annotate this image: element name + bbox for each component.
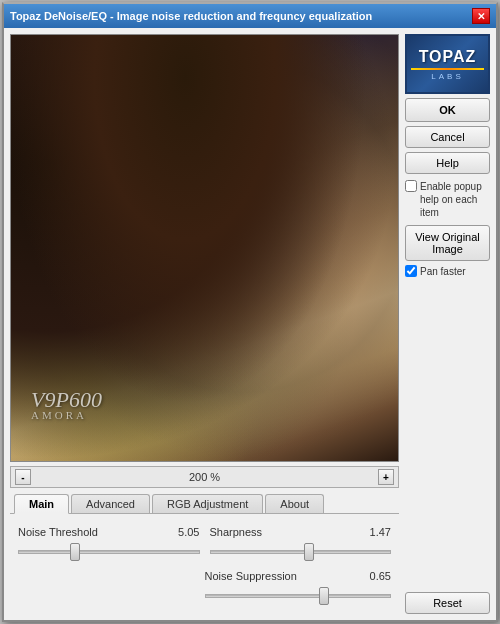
sharpness-label: Sharpness — [210, 526, 263, 538]
zoom-level: 200 % — [189, 471, 220, 483]
content-area: V9P600 AMORA - 200 % + Main Advanced RGB… — [4, 28, 496, 620]
image-hair — [11, 35, 398, 461]
logo-box: TOPAZ LABS — [405, 34, 490, 94]
tabs-row: Main Advanced RGB Adjustment About — [10, 492, 399, 514]
enable-popup-label: Enable popup help on each item — [420, 180, 490, 219]
main-window: Topaz DeNoise/EQ - Image noise reduction… — [2, 2, 498, 622]
noise-threshold-value: 5.05 — [178, 526, 199, 538]
controls-top-row: Noise Threshold 5.05 Sharpness 1.47 — [18, 526, 391, 562]
help-button[interactable]: Help — [405, 152, 490, 174]
title-bar: Topaz DeNoise/EQ - Image noise reduction… — [4, 4, 496, 28]
noise-threshold-group: Noise Threshold 5.05 — [18, 526, 200, 562]
view-original-button[interactable]: View Original Image — [405, 225, 490, 261]
sharpness-group: Sharpness 1.47 — [210, 526, 392, 562]
left-panel: V9P600 AMORA - 200 % + Main Advanced RGB… — [10, 34, 399, 614]
zoom-bar: - 200 % + — [10, 466, 399, 488]
title-bar-buttons: ✕ — [472, 8, 490, 24]
sharpness-slider[interactable] — [210, 550, 392, 554]
logo-text-bottom: LABS — [431, 72, 463, 81]
tabs-container: Main Advanced RGB Adjustment About — [10, 492, 399, 514]
sharpness-value: 1.47 — [370, 526, 391, 538]
pan-faster-label: Pan faster — [420, 266, 466, 277]
enable-popup-row: Enable popup help on each item — [405, 178, 490, 221]
enable-popup-checkbox[interactable] — [405, 180, 417, 192]
noise-suppression-value: 0.65 — [370, 570, 391, 582]
tab-rgb-adjustment[interactable]: RGB Adjustment — [152, 494, 263, 513]
cancel-button[interactable]: Cancel — [405, 126, 490, 148]
logo-line — [411, 68, 484, 70]
noise-suppression-slider-container — [205, 586, 392, 606]
noise-threshold-label-row: Noise Threshold 5.05 — [18, 526, 200, 538]
image-preview[interactable]: V9P600 AMORA — [10, 34, 399, 462]
pan-faster-checkbox[interactable] — [405, 265, 417, 277]
tab-about[interactable]: About — [265, 494, 324, 513]
sharpness-label-row: Sharpness 1.47 — [210, 526, 392, 538]
noise-threshold-label: Noise Threshold — [18, 526, 98, 538]
right-panel: TOPAZ LABS OK Cancel Help Enable popup h… — [405, 34, 490, 614]
noise-suppression-slider[interactable] — [205, 594, 392, 598]
noise-threshold-slider[interactable] — [18, 550, 200, 554]
tab-main[interactable]: Main — [14, 494, 69, 514]
pan-faster-row: Pan faster — [405, 265, 490, 277]
noise-threshold-slider-container — [18, 542, 200, 562]
zoom-in-button[interactable]: + — [378, 469, 394, 485]
zoom-out-button[interactable]: - — [15, 469, 31, 485]
logo-text-top: TOPAZ — [419, 48, 477, 66]
noise-suppression-row: Noise Suppression 0.65 — [18, 570, 391, 606]
window-title: Topaz DeNoise/EQ - Image noise reduction… — [10, 10, 372, 22]
reset-button[interactable]: Reset — [405, 592, 490, 614]
close-button[interactable]: ✕ — [472, 8, 490, 24]
controls-panel: Noise Threshold 5.05 Sharpness 1.47 — [10, 518, 399, 614]
tab-advanced[interactable]: Advanced — [71, 494, 150, 513]
ok-button[interactable]: OK — [405, 98, 490, 122]
noise-suppression-group: Noise Suppression 0.65 — [205, 570, 392, 606]
noise-suppression-label-row: Noise Suppression 0.65 — [205, 570, 392, 582]
noise-suppression-label: Noise Suppression — [205, 570, 297, 582]
sharpness-slider-container — [210, 542, 392, 562]
